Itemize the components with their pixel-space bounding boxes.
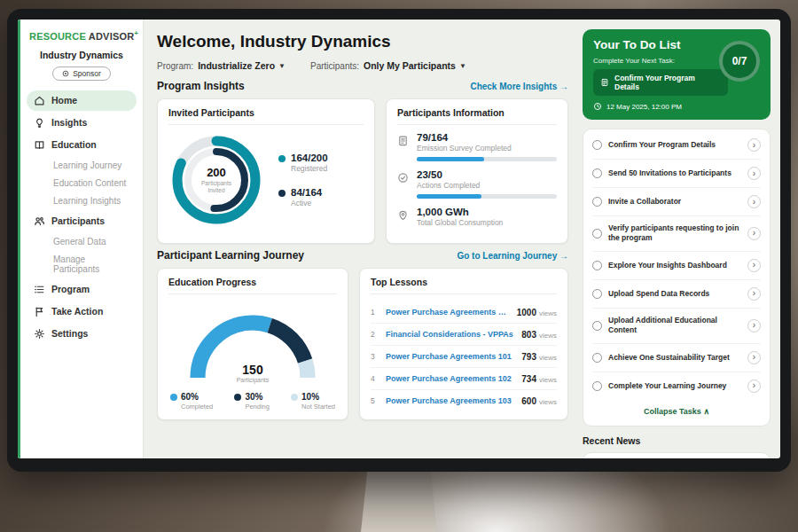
program-filter-dropdown[interactable]: Program: Industrialize Zero ▼	[157, 60, 286, 71]
gear-icon	[34, 328, 45, 340]
legend-value: 10%	[301, 392, 335, 402]
sidebar-item-general-data[interactable]: General Data	[27, 233, 137, 250]
participants-filter-label: Participants:	[310, 61, 359, 71]
donut-center-value: 200	[207, 166, 226, 179]
lesson-link[interactable]: Power Purchase Agreements 103	[386, 396, 514, 405]
home-icon	[34, 95, 45, 106]
sidebar-item-participants[interactable]: Participants	[27, 211, 137, 231]
task-label: Complete Your Learning Journey	[608, 381, 741, 391]
todo-due: 12 May 2025, 12:00 PM	[593, 102, 760, 111]
task-row[interactable]: Confirm Your Program Details ›	[592, 131, 761, 160]
legend-value: 60%	[181, 392, 213, 402]
document-icon	[600, 78, 609, 87]
sidebar-item-home[interactable]: Home	[27, 90, 137, 111]
task-row[interactable]: Verify participants requesting to join t…	[592, 216, 761, 252]
task-row[interactable]: Upload Additional Educational Content ›	[592, 309, 761, 344]
sidebar-item-insights[interactable]: Insights	[27, 113, 137, 133]
people-icon	[34, 215, 45, 227]
go-to-learning-journey-link[interactable]: Go to Learning Journey →	[457, 251, 568, 261]
task-checkbox[interactable]	[592, 140, 602, 150]
task-checkbox[interactable]	[592, 197, 602, 207]
task-checkbox[interactable]	[592, 261, 602, 270]
gauge-center-label: Participants	[182, 377, 324, 383]
sidebar-item-label: Program	[51, 284, 90, 294]
gauge-center-value: 150	[182, 363, 324, 377]
lesson-views-suffix: views	[539, 354, 557, 362]
task-chevron-button[interactable]: ›	[747, 138, 761, 152]
collapse-tasks-button[interactable]: Collapse Tasks ∧	[592, 400, 761, 424]
monitor-stand	[361, 461, 437, 532]
sponsor-badge-label: Sponsor	[73, 69, 101, 78]
legend-dot-not-started	[291, 394, 298, 401]
info-row-emission-survey: 79/164 Emission Survey Completed	[397, 132, 557, 161]
legend-label: Completed	[181, 403, 213, 411]
task-chevron-button[interactable]: ›	[747, 259, 761, 272]
task-row[interactable]: Complete Your Learning Journey ›	[592, 372, 761, 400]
app-logo: RESOURCE ADVISOR+	[27, 27, 137, 48]
task-row[interactable]: Achieve One Sustainability Target ›	[592, 344, 761, 372]
task-row[interactable]: Upload Spend Data Records ›	[592, 280, 761, 309]
lesson-link[interactable]: Power Purchase Agreements 102	[386, 374, 514, 383]
task-chevron-button[interactable]: ›	[747, 319, 761, 332]
task-chevron-button[interactable]: ›	[747, 195, 761, 208]
task-row[interactable]: Send 50 Invitations to Participants ›	[592, 160, 761, 188]
lesson-rank: 5	[371, 396, 379, 405]
task-chevron-button[interactable]: ›	[747, 167, 761, 180]
sidebar-item-program[interactable]: Program	[27, 279, 137, 300]
legend-label: Not Started	[301, 403, 335, 411]
top-lessons-card: Top Lessons 1 Power Purchase Agreements …	[359, 268, 568, 420]
participants-filter-dropdown[interactable]: Participants: Only My Participants ▼	[310, 60, 466, 71]
list-icon	[34, 284, 45, 295]
sidebar-item-manage-participants[interactable]: Manage Participants	[27, 251, 137, 278]
task-checkbox[interactable]	[592, 321, 602, 331]
task-checkbox[interactable]	[592, 353, 602, 363]
sidebar-item-education-content[interactable]: Education Content	[27, 175, 137, 192]
info-label: Emission Survey Completed	[417, 144, 557, 153]
emission-survey-progress-bar	[417, 157, 557, 161]
program-insights-cards: Invited Participants 200	[157, 98, 568, 244]
logo-plus: +	[134, 29, 138, 37]
task-chevron-button[interactable]: ›	[747, 227, 761, 240]
recent-news-title: Recent News	[583, 435, 771, 446]
task-label: Upload Spend Data Records	[608, 289, 741, 299]
lesson-views-count: 734	[521, 374, 536, 384]
lesson-row: 2 Financial Considerations - VPPAs 803vi…	[371, 324, 557, 346]
task-row[interactable]: Explore Your Insights Dashboard ›	[592, 252, 761, 280]
sidebar-item-learning-insights[interactable]: Learning Insights	[27, 192, 137, 209]
legend-dot-registered	[278, 155, 286, 162]
sidebar-item-settings[interactable]: Settings	[27, 324, 137, 344]
task-row[interactable]: Invite a Collaborator ›	[592, 188, 761, 216]
sidebar-item-take-action[interactable]: Take Action	[27, 301, 137, 322]
task-checkbox[interactable]	[592, 168, 602, 178]
lesson-views-suffix: views	[539, 398, 557, 406]
sidebar-item-education[interactable]: Education	[27, 135, 137, 155]
todo-next-task[interactable]: Confirm Your Program Details	[593, 69, 728, 96]
legend-label: Pending	[245, 403, 270, 411]
org-name: Industry Dynamics	[27, 50, 137, 60]
task-checkbox[interactable]	[592, 229, 602, 239]
check-more-insights-link[interactable]: Check More Insights →	[470, 82, 568, 91]
sidebar-item-learning-journey[interactable]: Learning Journey	[27, 157, 137, 174]
task-label: Invite a Collaborator	[608, 197, 741, 207]
education-progress-card: Education Progress 150 Participants	[157, 268, 348, 420]
lesson-rank: 4	[371, 374, 379, 383]
task-checkbox[interactable]	[592, 289, 602, 299]
info-row-actions: 23/50 Actions Completed	[397, 169, 557, 199]
task-label: Upload Additional Educational Content	[608, 316, 741, 336]
sidebar-item-label: Settings	[51, 328, 88, 339]
task-chevron-button[interactable]: ›	[747, 351, 761, 364]
app-screen: RESOURCE ADVISOR+ Industry Dynamics Spon…	[18, 20, 780, 458]
task-chevron-button[interactable]: ›	[747, 287, 761, 301]
task-chevron-button[interactable]: ›	[747, 379, 761, 393]
info-row-consumption: 1,000 GWh Total Global Consumption	[397, 207, 557, 227]
todo-due-text: 12 May 2025, 12:00 PM	[606, 103, 682, 111]
lesson-link[interactable]: Power Purchase Agreements 101	[386, 308, 510, 317]
sponsor-badge[interactable]: Sponsor	[52, 66, 111, 81]
lesson-link[interactable]: Financial Considerations - VPPAs	[386, 330, 514, 339]
task-checkbox[interactable]	[592, 381, 602, 391]
lightbulb-icon	[34, 117, 45, 129]
legend-label: Active	[291, 199, 322, 207]
lesson-views-count: 803	[521, 330, 536, 340]
actions-progress-bar	[417, 194, 557, 199]
lesson-link[interactable]: Power Purchase Agreements 101	[386, 352, 514, 361]
